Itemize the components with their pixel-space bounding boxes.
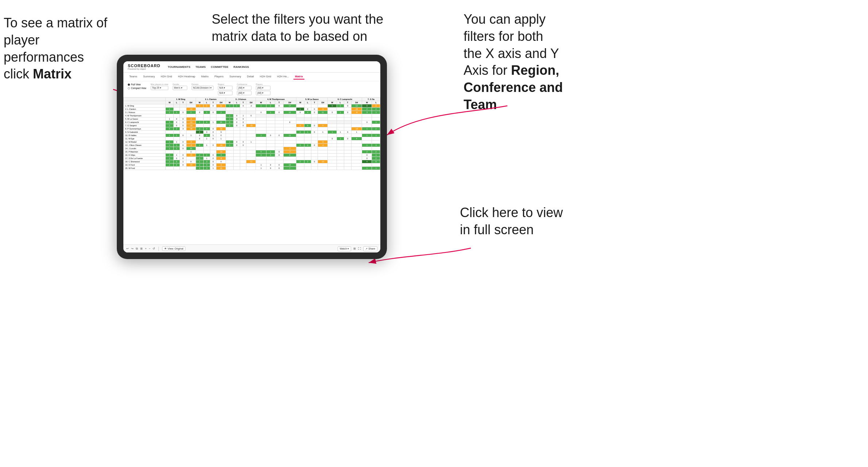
- th-w5: W: [296, 101, 304, 104]
- th-6-c-lamprecht: 6. C Lamprecht: [328, 98, 362, 101]
- filter-players-label: Players: [256, 83, 270, 85]
- table-row: 20. M Ford 331-11 1007 11: [124, 167, 380, 170]
- tab-teams[interactable]: Teams: [128, 74, 139, 80]
- table-row: 11. M Ege 0101 0104: [124, 137, 380, 140]
- filter-players-select1[interactable]: (All) ▾: [256, 86, 270, 90]
- matrix-container[interactable]: 1. W Ding 2. L Clanton 3. J Koivun 4. M …: [123, 97, 380, 248]
- matrix-table: 1. W Ding 2. L Clanton 3. J Koivun 4. M …: [123, 97, 380, 170]
- filter-players-select2[interactable]: (All) ▾: [256, 91, 270, 95]
- tab-matrix-active[interactable]: Matrix: [293, 74, 304, 80]
- logo-area: SCOREBOARD Powered by clippd: [128, 63, 160, 70]
- th-w3: W: [226, 101, 233, 104]
- nav-teams[interactable]: TEAMS: [196, 65, 206, 69]
- share-button[interactable]: ↗ Share: [363, 246, 377, 251]
- filter-conference: Conference (All) ▾ (All) ▾: [237, 83, 251, 95]
- tab-players[interactable]: Players: [213, 74, 225, 80]
- table-row: 8. P Summerhays 523-48 200-16 -13 12: [124, 127, 380, 131]
- th-empty: [124, 98, 166, 101]
- player-name-11: 11. M Ege: [124, 137, 166, 140]
- watch-button[interactable]: Watch ▾: [338, 246, 352, 251]
- redo-icon[interactable]: ↪: [131, 247, 134, 250]
- tab-h2h-he[interactable]: H2H He...: [276, 74, 291, 80]
- th-d4: Dif: [284, 101, 296, 104]
- tab-summary[interactable]: Summary: [142, 74, 156, 80]
- th-w6: W: [328, 101, 337, 104]
- th-w7: W: [362, 101, 372, 104]
- filter-region-select2[interactable]: N/A ▾: [218, 91, 233, 95]
- th-d1: Dif: [186, 101, 196, 104]
- filter-division-label: Division: [192, 83, 214, 85]
- share-label: Share: [368, 247, 375, 250]
- reset-icon[interactable]: ↺: [153, 247, 155, 250]
- ann-br-l1: Click here to view: [460, 205, 563, 220]
- table-row: 7. G Sargent 200-16 200-15 0003: [124, 124, 380, 127]
- ann-tr-l3: the X axis and Y: [464, 46, 559, 61]
- tablet-device: SCOREBOARD Powered by clippd TOURNAMENTS…: [117, 55, 387, 259]
- filter-gender-select[interactable]: Men's ▾: [173, 86, 187, 90]
- th-t5: T: [311, 101, 318, 104]
- plus-icon[interactable]: +: [145, 247, 147, 250]
- tab-h2h-grid[interactable]: H2H Grid: [159, 74, 173, 80]
- ann-tr-l1: You can apply: [464, 12, 546, 27]
- table-row: 19. D Ford 200-20 240-1 10013: [124, 163, 380, 167]
- th-7-g-sa: 7. G Sa: [362, 98, 380, 101]
- th-d2: Dif: [216, 101, 226, 104]
- nav-tournaments[interactable]: TOURNAMENTS: [168, 65, 190, 69]
- minus-icon[interactable]: −: [149, 247, 151, 250]
- radio-full-view-dot: [128, 84, 130, 86]
- table-row: 1. W Ding 12011 110-2 12017 01013 92: [124, 104, 380, 108]
- radio-full-view[interactable]: Full View: [128, 83, 146, 86]
- annotation-top-right: You can apply filters for both the X axi…: [464, 11, 563, 113]
- filter-conference-select2[interactable]: (All) ▾: [237, 91, 251, 95]
- player-name-14: 14. J Lundin: [124, 147, 166, 150]
- undo-icon[interactable]: ↩: [126, 247, 129, 250]
- filter-region-select1[interactable]: N/A ▾: [218, 86, 233, 90]
- bottom-toolbar: ↩ ↪ ⧉ ⊞ + − ↺ 👁 View: Original Watch ▾ ⊞…: [123, 244, 380, 252]
- nav-rankings[interactable]: RANKINGS: [234, 65, 249, 69]
- tab-detail[interactable]: Detail: [246, 74, 256, 80]
- filter-division: Division NCAA Division I ▾: [192, 83, 214, 90]
- copy-icon[interactable]: ⧉: [136, 247, 138, 251]
- zoom-icon[interactable]: ⊞: [140, 247, 143, 250]
- filter-max-players-select[interactable]: Top 25 ▾: [151, 86, 168, 90]
- th-d6: Dif: [351, 101, 362, 104]
- player-name-5: 5. M La Sasso: [124, 117, 166, 121]
- view-original-button[interactable]: 👁 View: Original: [162, 246, 185, 251]
- ann-tr-l2: filters for both: [464, 29, 543, 44]
- player-name-10: 10. B Valdes: [124, 134, 166, 137]
- ann-tr-l4b: Region,: [511, 63, 559, 78]
- annotation-top-center: Select the filters you want the matrix d…: [212, 11, 387, 45]
- table-row: 15. P Maichon 1 -19 410-7 22: [124, 150, 380, 154]
- player-name-18: 18. C Sherwood: [124, 160, 166, 163]
- ann-tr-l4p: Axis for: [464, 63, 511, 78]
- th-d5: Dif: [318, 101, 328, 104]
- grid-icon[interactable]: ⊞: [353, 247, 356, 250]
- ann-tl-line3-prefix: click: [4, 66, 33, 81]
- radio-compact-view[interactable]: Compact View: [128, 87, 146, 89]
- filter-division-select[interactable]: NCAA Division I ▾: [192, 86, 214, 90]
- th-1-w-ding: 1. W Ding: [166, 98, 196, 101]
- player-name-3: 3. J Koivun: [124, 111, 166, 114]
- tab-matrix[interactable]: Matrix: [200, 74, 210, 80]
- ann-tl-line1: To see a matrix of: [4, 15, 107, 30]
- player-name-7: 7. G Sargent: [124, 124, 166, 127]
- tab-h2h-heatmap[interactable]: H2H Heatmap: [176, 74, 197, 80]
- table-row: 12. M Riedel 110-6 1001 -6: [124, 140, 380, 144]
- player-name-19: 19. D Ford: [124, 163, 166, 167]
- player-name-2: 2. L Clanton: [124, 108, 166, 111]
- th-2-l-clanton: 2. L Clanton: [196, 98, 226, 101]
- filter-conference-select1[interactable]: (All) ▾: [237, 86, 251, 90]
- annotation-bottom-right: Click here to view in full screen: [460, 204, 563, 239]
- player-name-4: 4. M Thorbjornsen: [124, 114, 166, 117]
- th-t6: T: [344, 101, 351, 104]
- nav-committee[interactable]: COMMITTEE: [211, 65, 228, 69]
- player-name-15: 15. P Maichon: [124, 150, 166, 154]
- fullscreen-icon[interactable]: ⛶: [358, 247, 361, 250]
- th-l7: L: [372, 101, 380, 104]
- radio-full-view-label: Full View: [131, 83, 141, 86]
- tab-h2h-grid2[interactable]: H2H Grid: [258, 74, 273, 80]
- tab-summary2[interactable]: Summary: [228, 74, 242, 80]
- ann-tc-text: Select the filters you want the matrix d…: [212, 12, 383, 44]
- table-row: 4. M Thorbjornsen 1010: [124, 114, 380, 117]
- ann-br-l2: in full screen: [460, 222, 534, 237]
